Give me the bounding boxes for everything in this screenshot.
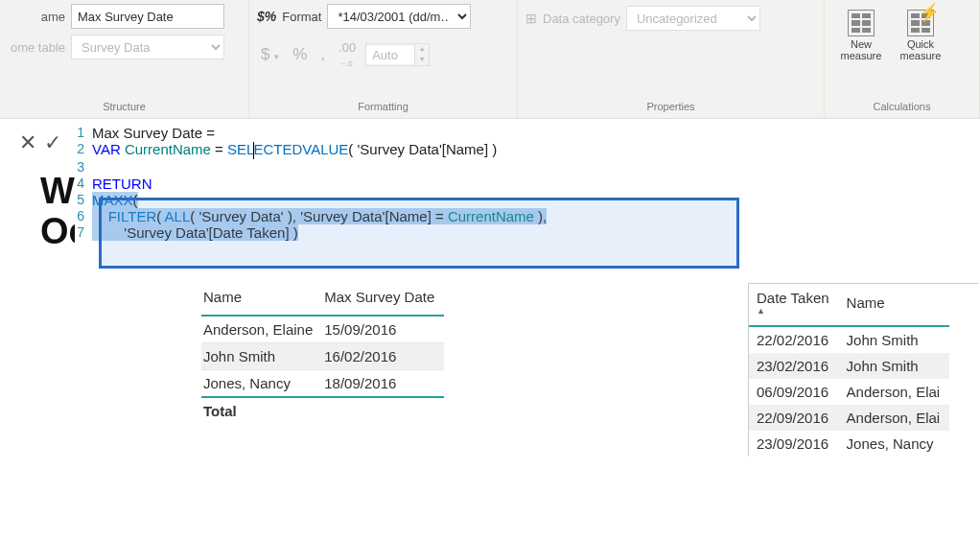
category-icon: ⊞ [525,11,537,26]
decimals-stepper[interactable]: ▲▼ [365,43,430,66]
percent-button[interactable]: % [289,43,311,66]
calculations-group-label: Calculations [832,99,971,116]
table-row[interactable]: 23/02/2016John Smith [749,353,949,379]
comma-button[interactable]: , [316,43,329,66]
spin-down-icon[interactable]: ▼ [415,55,429,65]
calculator-icon [848,10,875,36]
table-row[interactable]: 22/09/2016Anderson, Elai [749,405,949,431]
cancel-formula-button[interactable]: ✕ [19,130,36,155]
dax-editor[interactable]: 1Max Survey Date = 2VAR CurrentName = SE… [75,121,980,245]
structure-group-label: Structure [8,99,241,116]
measure-name-input[interactable] [71,4,224,29]
ribbon: ame ome table Survey Data Structure $% F… [0,0,980,119]
spin-up-icon[interactable]: ▲ [415,44,429,55]
data-category-label: Data category [543,12,620,26]
text-cursor [253,142,254,159]
format-label: Format [282,10,321,24]
col-header-name[interactable]: Name [201,283,322,316]
properties-group-label: Properties [525,99,816,116]
data-category-select[interactable]: Uncategorized [626,6,760,31]
col-header-date-taken[interactable]: Date Taken▲ [749,284,839,326]
currency-button[interactable]: $ ▾ [257,43,283,66]
ribbon-group-formatting: $% Format *14/03/2001 (dd/m… $ ▾ % , .00… [249,0,518,118]
commit-formula-button[interactable]: ✓ [44,130,61,155]
ribbon-group-structure: ame ome table Survey Data Structure [0,0,249,118]
formula-bar: ✕ ✓ 1Max Survey Date = 2VAR CurrentName … [0,121,980,245]
col-header-name[interactable]: Name [839,284,950,326]
decimal-button[interactable]: .00→.0 [335,38,360,71]
table-row[interactable]: Jones, Nancy18/09/2016 [201,370,444,398]
ribbon-group-calculations: New measure ⚡ Quick measure Calculations [825,0,980,118]
ribbon-group-properties: ⊞ Data category Uncategorized Properties [518,0,825,118]
table-row[interactable]: 23/09/2016Jones, Nancy [749,431,949,457]
format-icon: $% [257,9,276,24]
source-table: Date Taken▲ Name 22/02/2016John Smith 23… [748,283,978,457]
new-measure-button[interactable]: New measure [836,10,886,61]
total-row: Total [201,397,444,424]
table-row[interactable]: 22/02/2016John Smith [749,326,949,353]
table-row[interactable]: Anderson, Elaine15/09/2016 [201,316,444,343]
home-table-select[interactable]: Survey Data [71,35,224,59]
formatting-group-label: Formatting [257,99,509,116]
table-row[interactable]: 06/09/2016Anderson, Elai [749,379,949,405]
home-table-label: ome table [8,40,65,55]
col-header-max-date[interactable]: Max Survey Date [322,283,444,316]
sort-asc-icon: ▲ [757,306,829,316]
lightning-icon: ⚡ [919,4,940,23]
decimals-input[interactable] [366,46,414,64]
result-table: Name Max Survey Date Anderson, Elaine15/… [201,283,518,457]
format-select[interactable]: *14/03/2001 (dd/m… [327,4,471,29]
quick-measure-button[interactable]: ⚡ Quick measure [896,10,945,61]
table-row[interactable]: John Smith16/02/2016 [201,343,444,370]
name-field-label: ame [8,10,65,24]
